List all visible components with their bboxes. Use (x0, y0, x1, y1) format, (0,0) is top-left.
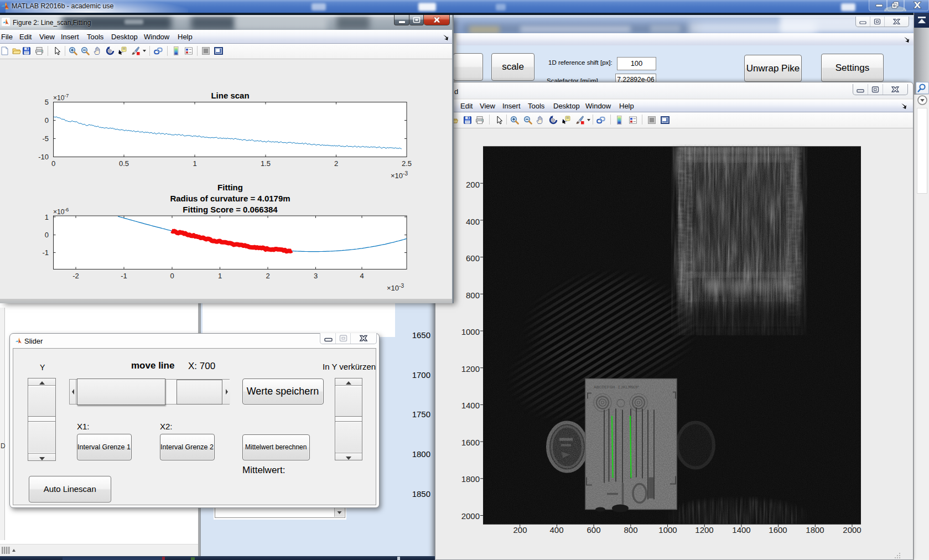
svg-text:0: 0 (45, 116, 49, 125)
svg-text:3: 3 (314, 272, 318, 280)
svg-text:2: 2 (334, 159, 338, 168)
svg-text:2: 2 (266, 272, 269, 280)
svg-text:1: 1 (218, 272, 222, 280)
svg-text:Radius of curvature = 4.0179m: Radius of curvature = 4.0179m (170, 194, 290, 203)
svg-text:-5: -5 (42, 134, 49, 143)
svg-text:-2: -2 (72, 272, 79, 280)
svg-text:Line scan: Line scan (211, 91, 249, 100)
svg-text:4: 4 (360, 272, 364, 280)
svg-text:×10-3: ×10-3 (391, 170, 408, 180)
svg-text:2.5: 2.5 (402, 159, 412, 168)
svg-text:0: 0 (51, 159, 55, 168)
svg-text:5: 5 (45, 98, 49, 106)
svg-text:-1: -1 (42, 248, 49, 257)
svg-text:1.5: 1.5 (261, 159, 271, 168)
svg-text:0.5: 0.5 (119, 159, 129, 168)
svg-text:-1: -1 (121, 272, 127, 280)
svg-text:Fitting Score = 0.066384: Fitting Score = 0.066384 (183, 205, 278, 214)
svg-text:0: 0 (45, 231, 49, 239)
svg-text:-10: -10 (38, 153, 49, 161)
svg-text:×10-3: ×10-3 (387, 283, 404, 292)
svg-text:Fitting: Fitting (217, 183, 243, 192)
svg-text:ABCDEFGH IJKLMNOP: ABCDEFGH IJKLMNOP (594, 385, 639, 390)
svg-text:1: 1 (193, 159, 196, 168)
svg-text:1: 1 (45, 213, 49, 221)
svg-text:0: 0 (170, 272, 174, 280)
svg-text:×10-6: ×10-6 (53, 207, 69, 216)
svg-text:×10-7: ×10-7 (53, 93, 69, 102)
